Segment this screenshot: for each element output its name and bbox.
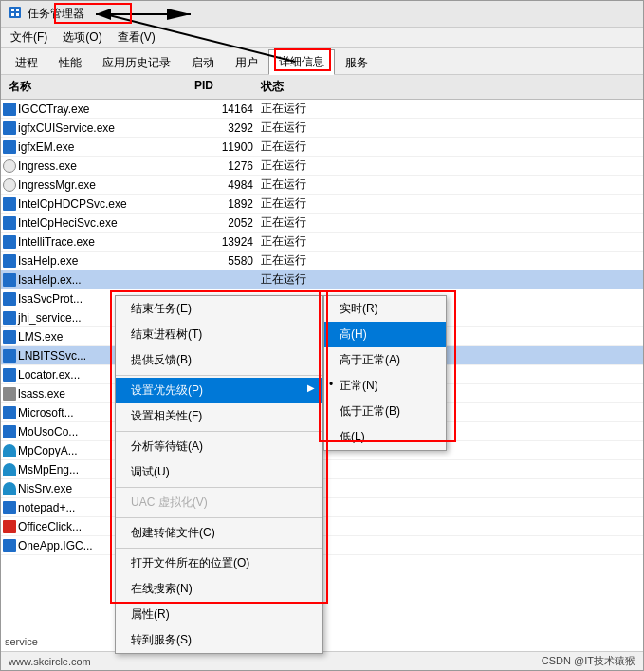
col-header-pid[interactable]: PID xyxy=(191,77,257,97)
title-bar: 任务管理器 xyxy=(1,1,643,28)
tab-users[interactable]: 用户 xyxy=(225,50,268,75)
table-row[interactable]: IsaHelp.exe 5580 正在运行 xyxy=(1,252,643,270)
process-icon xyxy=(3,103,16,116)
process-icon xyxy=(3,254,16,268)
cell-status: 正在运行 xyxy=(257,101,352,117)
table-row[interactable]: IngressMgr.exe 4984 正在运行 xyxy=(1,176,643,195)
svg-rect-1 xyxy=(11,9,14,11)
ctx-separator xyxy=(116,487,322,488)
tab-performance[interactable]: 性能 xyxy=(48,50,92,75)
process-icon xyxy=(3,463,16,476)
process-icon xyxy=(3,349,16,363)
process-icon xyxy=(3,216,16,230)
tab-services[interactable]: 服务 xyxy=(335,50,378,75)
process-icon xyxy=(3,140,16,154)
process-icon xyxy=(3,501,16,514)
ctx-create-dump[interactable]: 创建转储文件(C) xyxy=(116,520,322,546)
process-icon xyxy=(3,292,16,306)
process-icon xyxy=(3,406,16,419)
service-label: service xyxy=(5,636,38,647)
process-icon xyxy=(3,444,16,457)
tab-process[interactable]: 进程 xyxy=(5,50,48,75)
sub-below-normal[interactable]: 低于正常(B) xyxy=(324,399,446,424)
cell-name: IsaHelp.ex... xyxy=(1,273,191,287)
svg-rect-0 xyxy=(9,7,21,18)
ctx-separator xyxy=(116,431,322,432)
process-icon xyxy=(3,482,16,495)
task-manager-window: 任务管理器 文件(F) 选项(O) 查看(V) 进程 性能 应用历史记录 启动 … xyxy=(0,0,644,671)
cell-name: IntelCpHeciSvc.exe xyxy=(1,216,191,230)
cell-pid: 5580 xyxy=(191,254,257,268)
process-icon xyxy=(3,330,16,344)
cell-name: IsaHelp.exe xyxy=(1,254,191,268)
ctx-set-affinity[interactable]: 设置相关性(F) xyxy=(116,403,322,429)
cell-pid: 2052 xyxy=(191,216,257,230)
sub-low[interactable]: 低(L) xyxy=(324,424,446,450)
table-row[interactable]: igfxEM.exe 11900 正在运行 xyxy=(1,138,643,157)
ctx-open-file-location[interactable]: 打开文件所在的位置(O) xyxy=(116,550,322,576)
process-icon xyxy=(3,368,16,382)
cell-pid: 13924 xyxy=(191,235,257,249)
tab-startup[interactable]: 启动 xyxy=(181,50,225,75)
ctx-uac-virtualize[interactable]: UAC 虚拟化(V) xyxy=(116,490,322,515)
tab-details[interactable]: 详细信息 xyxy=(268,49,335,75)
cell-status: 正在运行 xyxy=(257,214,352,231)
tab-app-history[interactable]: 应用历史记录 xyxy=(92,50,181,75)
sub-above-normal[interactable]: 高于正常(A) xyxy=(324,347,446,373)
title-icon xyxy=(9,6,22,22)
process-icon xyxy=(3,273,16,287)
cell-name: igfxEM.exe xyxy=(1,140,191,154)
cell-pid: 1276 xyxy=(191,159,257,173)
process-icon xyxy=(3,387,16,401)
cell-pid: 11900 xyxy=(191,140,257,154)
svg-rect-2 xyxy=(16,9,19,11)
process-icon xyxy=(3,121,16,135)
ctx-properties[interactable]: 属性(R) xyxy=(116,602,322,627)
cell-name: IngressMgr.exe xyxy=(1,178,191,192)
cell-status: 正在运行 xyxy=(257,158,352,174)
process-icon xyxy=(3,159,16,173)
ctx-debug[interactable]: 调试(U) xyxy=(116,459,322,485)
ctx-search-online[interactable]: 在线搜索(N) xyxy=(116,576,322,602)
svg-rect-3 xyxy=(11,13,14,16)
priority-submenu: 实时(R) 高(H) 高于正常(A) 正常(N) 低于正常(B) 低(L) xyxy=(323,295,447,451)
cell-pid: 3292 xyxy=(191,121,257,135)
ctx-end-task[interactable]: 结束任务(E) xyxy=(116,296,322,322)
cell-name: IntelliTrace.exe xyxy=(1,235,191,249)
table-row[interactable]: IsaHelp.ex... 正在运行 xyxy=(1,270,643,289)
col-header-name[interactable]: 名称 xyxy=(1,77,191,97)
svg-rect-4 xyxy=(16,13,19,16)
window-title: 任务管理器 xyxy=(28,6,84,22)
table-row[interactable]: IGCCTray.exe 14164 正在运行 xyxy=(1,100,643,119)
status-right: CSDN @IT技术猿猴 xyxy=(542,654,635,668)
cell-name: IntelCpHDCPSvc.exe xyxy=(1,197,191,211)
sub-normal[interactable]: 正常(N) xyxy=(324,373,446,399)
ctx-provide-feedback[interactable]: 提供反馈(B) xyxy=(116,347,322,373)
tabs-bar: 进程 性能 应用历史记录 启动 用户 详细信息 服务 xyxy=(1,48,643,75)
cell-status: 正在运行 xyxy=(257,139,352,155)
cell-status: 正在运行 xyxy=(257,233,352,250)
ctx-analyze-wait-chain[interactable]: 分析等待链(A) xyxy=(116,434,322,459)
cell-status: 正在运行 xyxy=(257,271,352,288)
ctx-go-to-service[interactable]: 转到服务(S) xyxy=(116,627,322,653)
status-bar: www.skcircle.com CSDN @IT技术猿猴 xyxy=(1,651,643,670)
process-icon xyxy=(3,178,16,192)
ctx-separator xyxy=(116,517,322,518)
cell-status: 正在运行 xyxy=(257,177,352,193)
table-row[interactable]: IntelCpHDCPSvc.exe 1892 正在运行 xyxy=(1,195,643,214)
sub-realtime[interactable]: 实时(R) xyxy=(324,296,446,322)
context-menu: 结束任务(E) 结束进程树(T) 提供反馈(B) 设置优先级(P) 设置相关性(… xyxy=(115,295,323,654)
menu-file[interactable]: 文件(F) xyxy=(5,28,53,47)
menu-options[interactable]: 选项(O) xyxy=(57,28,107,47)
table-row[interactable]: igfxCUIService.exe 3292 正在运行 xyxy=(1,119,643,138)
table-row[interactable]: IntelCpHeciSvc.exe 2052 正在运行 xyxy=(1,214,643,233)
col-header-status[interactable]: 状态 xyxy=(257,77,352,97)
sub-high[interactable]: 高(H) xyxy=(324,322,446,347)
ctx-set-priority[interactable]: 设置优先级(P) xyxy=(116,378,322,403)
cell-status: 正在运行 xyxy=(257,120,352,136)
ctx-end-process-tree[interactable]: 结束进程树(T) xyxy=(116,322,322,347)
cell-name: IGCCTray.exe xyxy=(1,103,191,116)
table-row[interactable]: IntelliTrace.exe 13924 正在运行 xyxy=(1,233,643,252)
table-row[interactable]: Ingress.exe 1276 正在运行 xyxy=(1,157,643,176)
menu-view[interactable]: 查看(V) xyxy=(112,28,161,47)
